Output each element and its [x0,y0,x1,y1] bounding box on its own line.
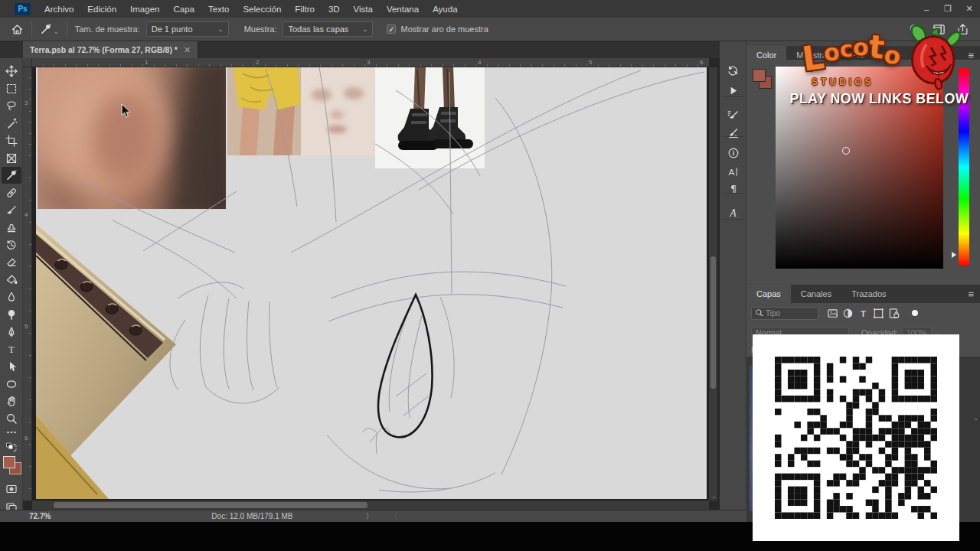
zoom-level[interactable]: 72.7% [29,512,51,520]
color-picker-ring[interactable] [842,147,850,155]
horizontal-scrollbar[interactable] [32,500,709,510]
hue-slider[interactable] [959,68,969,266]
blur-tool[interactable] [2,289,21,305]
ruler-number: 1 [145,59,148,66]
divider [723,136,743,137]
paragraph-panel-icon[interactable]: ¶ [720,179,746,197]
move-tool[interactable] [2,63,21,80]
history-brush-tool[interactable] [2,236,21,253]
status-bar: 72.7% Doc: 12.0 MB/179.1 MB 〉 〈 [0,510,746,522]
panel-menu-icon[interactable]: ≡ [968,289,974,300]
scroll-up-icon[interactable]: ⌃ [973,418,978,425]
eyedropper-tool-icon[interactable] [40,23,52,35]
color-spectrum-field[interactable] [776,67,943,269]
eraser-tool[interactable] [2,254,21,271]
pen-tool[interactable] [2,324,21,341]
share-icon[interactable] [956,23,969,36]
path-selection-tool[interactable] [2,358,21,375]
filter-smart-object-icon[interactable] [887,307,901,320]
menu-3d[interactable]: 3D [322,2,347,17]
foreground-color[interactable] [3,456,15,468]
eyedropper-tool[interactable] [2,167,21,184]
window-controls: – ❐ ✕ [916,4,980,14]
filter-type-layer-icon[interactable]: T [856,307,871,320]
menu-bar: Ps ArchivoEdiciónImagenCapaTextoSelecció… [0,0,980,18]
menu-ventana[interactable]: Ventana [380,2,426,17]
history-panel-icon[interactable] [720,61,746,80]
document-canvas[interactable] [36,67,707,499]
quick-mask-button[interactable] [2,481,21,497]
ellipsis-icon[interactable] [2,424,21,441]
menu-selecci-n[interactable]: Selección [236,2,288,17]
gradient-tool[interactable] [2,271,21,288]
quick-selection-tool[interactable] [2,115,21,132]
menu-ayuda[interactable]: Ayuda [426,2,464,17]
tab-capas[interactable]: Capas [746,285,791,303]
menu-archivo[interactable]: Archivo [38,2,80,17]
horizontal-scrollbar-thumb[interactable] [54,502,368,508]
minimize-button[interactable]: – [916,5,937,14]
close-button[interactable]: ✕ [959,4,980,14]
info-panel-icon[interactable] [720,144,746,162]
shape-ellipse-tool[interactable] [2,376,21,393]
layer-search-field[interactable]: Tipo [751,307,818,320]
sample-select[interactable]: Todas las capas⌄ [283,21,373,37]
menu-imagen[interactable]: Imagen [123,2,166,17]
search-icon[interactable] [909,23,922,36]
lasso-tool[interactable] [2,97,21,114]
show-sample-ring-checkbox[interactable]: ✓ [387,24,396,34]
color-swatches[interactable] [3,456,21,474]
swap-colors-icon[interactable] [2,439,21,456]
restore-button[interactable]: ❐ [937,4,959,14]
filter-adjustment-layer-icon[interactable] [841,307,855,320]
dodge-tool[interactable] [2,306,21,323]
layer-filter-toggle[interactable] [912,310,918,316]
brushes-panel-icon[interactable] [720,124,746,142]
home-icon[interactable] [11,23,24,36]
status-forward-arrow[interactable]: 〉 [366,511,374,522]
vertical-scrollbar[interactable]: ⌄ [709,67,717,500]
ruler-number: 5 [589,59,592,66]
tab-canales[interactable]: Canales [791,285,841,303]
document-size: Doc: 12.0 MB/179.1 MB [211,512,292,520]
workspace-switcher-icon[interactable] [933,23,946,36]
brush-tool[interactable] [2,202,21,219]
filter-pixel-layer-icon[interactable] [825,307,840,320]
photoshop-window: Ps ArchivoEdiciónImagenCapaTextoSelecció… [0,0,980,551]
menu-edici-n[interactable]: Edición [80,2,123,17]
document-tab-bar: Terra.psb al 72.7% (Forma 27, RGB/8) * ✕ [0,41,720,58]
collapsed-panels-strip: A¶A [720,41,746,522]
foreground-color-swatch[interactable] [753,69,766,82]
menu-capa[interactable]: Capa [166,2,201,17]
qr-code-card [753,334,959,541]
status-back-arrow[interactable]: 〈 [390,511,398,522]
brush-settings-panel-icon[interactable] [720,106,746,124]
document-tab[interactable]: Terra.psb al 72.7% (Forma 27, RGB/8) * ✕ [23,41,198,58]
crop-tool[interactable] [2,132,21,149]
rectangular-marquee-tool[interactable] [2,80,21,97]
menu-filtro[interactable]: Filtro [288,2,322,17]
ruler-number: 6 [24,435,28,442]
vertical-scrollbar-thumb[interactable] [710,256,716,389]
ruler-number: 4 [478,59,481,66]
hand-tool[interactable] [2,393,21,409]
ruler-number: 3 [24,99,28,106]
type-tool[interactable]: T [2,341,21,357]
scroll-down-icon[interactable]: ⌄ [711,493,717,500]
sample-size-select[interactable]: De 1 punto⌄ [146,21,229,37]
divider [723,96,743,97]
menu-vista[interactable]: Vista [347,2,380,17]
character-panel-icon[interactable]: A [720,162,746,181]
healing-brush-tool[interactable] [2,184,21,201]
tab-close-icon[interactable]: ✕ [184,45,191,55]
hue-slider-indicator[interactable] [952,252,956,258]
tab-trazados[interactable]: Trazados [841,285,896,303]
filter-shape-layer-icon[interactable] [871,307,886,320]
frame-tool[interactable] [2,150,21,167]
chevron-down-icon[interactable]: ⌄ [54,28,59,35]
sample-size-label: Tam. de muestra: [75,24,140,34]
document-viewport[interactable] [32,67,709,500]
menu-texto[interactable]: Texto [201,2,237,17]
clone-stamp-tool[interactable] [2,219,21,236]
ruler-number: 5 [24,323,28,330]
